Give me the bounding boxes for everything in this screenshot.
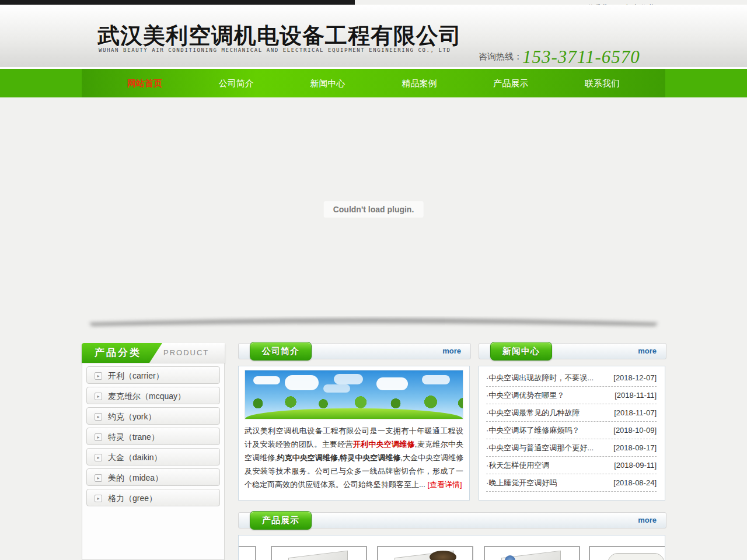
products-panel [238, 535, 665, 560]
category-label: 约克（york） [108, 412, 156, 421]
news-date: [2018-11-11] [615, 387, 657, 404]
category-item-mcquay[interactable]: ▸麦克维尔（mcquay） [86, 387, 220, 404]
category-item-trane[interactable]: ▸特灵（trane） [86, 428, 220, 445]
category-label: 大金（daikin） [108, 453, 162, 462]
news-title-link[interactable]: ·晚上睡觉开空调好吗 [486, 474, 557, 491]
news-title-link[interactable]: ·秋天怎样使用空调 [486, 457, 549, 474]
product-category-list: ▸开利（carrier） ▸麦克维尔（mcquay） ▸约克（york） ▸特灵… [82, 363, 225, 560]
news-section-header: 新闻中心 more [479, 343, 666, 359]
arrow-icon: ▸ [95, 495, 102, 502]
products-section-button[interactable]: 产品展示 [250, 511, 312, 530]
ac-unit-graphic [288, 551, 348, 560]
product-thumb-2[interactable] [377, 546, 473, 560]
category-item-midea[interactable]: ▸美的（midea） [86, 468, 220, 486]
news-title-link[interactable]: ·中央空调坏了维修麻烦吗？ [486, 422, 580, 439]
arrow-icon: ▸ [95, 433, 102, 441]
plugin-error-message: Couldn't load plugin. [324, 201, 424, 218]
news-more-link[interactable]: more [638, 346, 657, 355]
category-label: 开利（carrier） [108, 371, 164, 380]
arrow-icon: ▸ [95, 393, 102, 400]
news-item: ·中央空调出现故障时，不要误...[2018-12-07] [486, 369, 657, 387]
news-item: ·中央空调最常见的几种故障[2018-11-07] [486, 404, 657, 422]
products-more-link[interactable]: more [638, 516, 657, 524]
nav-item-news[interactable]: 新闻中心 [310, 69, 345, 97]
news-item: ·中央空调坏了维修麻烦吗？[2018-10-09] [486, 422, 657, 439]
news-date: [2018-09-17] [613, 439, 657, 456]
about-landscape-image [245, 370, 463, 419]
about-paragraph: 武汉美利空调机电设备工程有限公司是一支拥有十年暖通工程设计及安装经验的团队。主要… [245, 424, 463, 491]
sidebar-header: 产品分类 PRODUCT [82, 343, 225, 363]
company-name-english: WUHAN BEAUTY AIR CONDITIONING MECHANICAL… [99, 47, 451, 53]
about-panel: 武汉美利空调机电设备工程有限公司是一支拥有十年暖通工程设计及安装经验的团队。主要… [238, 366, 470, 501]
about-more-link[interactable]: more [442, 346, 461, 355]
news-item: ·秋天怎样使用空调[2018-09-11] [486, 457, 657, 474]
news-title-link[interactable]: ·中央空调与普通空调那个更好... [486, 439, 594, 456]
category-item-daikin[interactable]: ▸大金（daikin） [86, 448, 220, 466]
news-title-link[interactable]: ·中央空调出现故障时，不要误... [486, 369, 594, 386]
sidebar-title: 产品分类 [95, 343, 141, 363]
category-item-carrier[interactable]: ▸开利（carrier） [86, 366, 220, 384]
company-name: 武汉美利空调机电设备工程有限公司 [97, 21, 462, 51]
product-thumb-partial[interactable] [238, 546, 256, 560]
category-item-york[interactable]: ▸约克（york） [86, 407, 220, 425]
hotline-number: 153-3711-6570 [522, 47, 640, 67]
main-nav-inner: 网站首页 公司简介 新闻中心 精品案例 产品展示 联系我们 [82, 69, 665, 97]
view-details-link[interactable]: [查看详情] [427, 480, 462, 489]
news-item: ·中央空调优势在哪里？[2018-11-11] [486, 387, 657, 404]
nav-item-home[interactable]: 网站首页 [127, 69, 162, 97]
ac-unit-graphic [430, 551, 456, 560]
trees-graphic [245, 394, 463, 410]
news-date: [2018-11-07] [614, 404, 657, 421]
category-label: 格力（gree） [108, 494, 157, 503]
site-header: 武汉美利空调机电设备工程有限公司 WUHAN BEAUTY AIR CONDIT… [0, 5, 747, 67]
arrow-icon: ▸ [95, 413, 102, 421]
page: 联系我们|加入收藏 武汉美利空调机电设备工程有限公司 WUHAN BEAUTY … [0, 0, 747, 560]
product-thumb-1[interactable] [271, 546, 367, 560]
news-item: ·中央空调与普通空调那个更好...[2018-09-17] [486, 439, 657, 457]
product-thumb-3[interactable] [484, 546, 580, 560]
hotline-label: 咨询热线： [479, 51, 522, 61]
news-title-link[interactable]: ·中央空调优势在哪里？ [486, 387, 564, 404]
news-title-link[interactable]: ·中央空调最常见的几种故障 [486, 404, 580, 421]
news-date: [2018-09-11] [614, 457, 657, 474]
nav-item-about[interactable]: 公司简介 [219, 69, 254, 97]
news-item: ·晚上睡觉开空调好吗[2018-08-24] [486, 474, 657, 492]
news-section-button[interactable]: 新闻中心 [490, 342, 552, 360]
category-label: 美的（midea） [108, 473, 163, 482]
news-date: [2018-08-24] [613, 474, 657, 491]
about-keyword-carrier: 开利中央空调维修 [353, 440, 415, 449]
product-thumb-4[interactable] [589, 546, 665, 560]
category-item-gree[interactable]: ▸格力（gree） [86, 489, 220, 506]
about-section-header: 公司简介 more [238, 343, 471, 359]
products-section-header: 产品展示 more [238, 512, 666, 528]
arrow-icon: ▸ [95, 454, 102, 461]
top-dark-strip [0, 0, 355, 5]
about-section-button[interactable]: 公司简介 [250, 342, 312, 360]
nav-item-cases[interactable]: 精品案例 [402, 69, 437, 97]
nav-item-products[interactable]: 产品展示 [493, 69, 528, 97]
category-label: 麦克维尔（mcquay） [108, 391, 186, 401]
news-list: ·中央空调出现故障时，不要误...[2018-12-07] ·中央空调优势在哪里… [479, 369, 665, 492]
cloud-graphic [253, 376, 280, 384]
arrow-icon: ▸ [95, 372, 102, 380]
about-keyword-york-trane: 约克中央空调维修,特灵中央空调维修 [277, 453, 401, 462]
hotline: 咨询热线：153-3711-6570 [479, 47, 640, 68]
sidebar-subtitle: PRODUCT [163, 343, 209, 363]
ac-unit-graphic [608, 553, 665, 560]
arrow-icon: ▸ [95, 474, 102, 482]
news-panel: ·中央空调出现故障时，不要误...[2018-12-07] ·中央空调优势在哪里… [479, 366, 665, 501]
banner-plugin-area: Couldn't load plugin. [0, 97, 747, 318]
banner-shadow [85, 316, 662, 332]
news-date: [2018-10-09] [613, 422, 657, 439]
main-nav: 网站首页 公司简介 新闻中心 精品案例 产品展示 联系我们 [0, 67, 747, 97]
category-label: 特灵（trane） [108, 432, 159, 442]
news-date: [2018-12-07] [613, 369, 657, 386]
nav-item-contact[interactable]: 联系我们 [585, 69, 620, 97]
